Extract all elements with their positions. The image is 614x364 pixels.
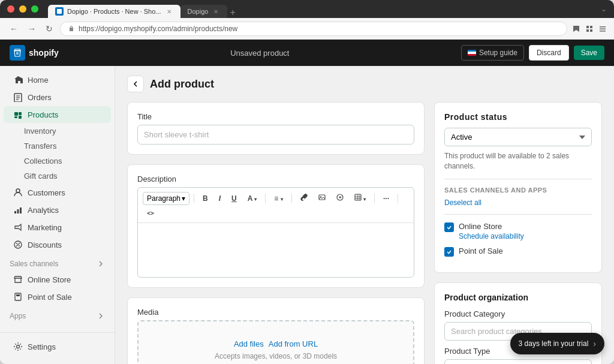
deselect-all-link[interactable]: Deselect all	[444, 198, 592, 207]
nav-actions: Setup guide Discard Save	[461, 45, 604, 61]
pos-icon	[13, 292, 23, 302]
media-upload-area[interactable]: Add files Add from URL Accepts images, v…	[137, 320, 414, 364]
tab-close-button[interactable]: ✕	[165, 7, 173, 16]
sidebar-item-orders[interactable]: Orders	[4, 89, 111, 106]
status-select[interactable]: Active Draft	[444, 128, 592, 146]
sidebar-item-collections[interactable]: Collections	[0, 154, 115, 169]
tab-favicon	[55, 7, 64, 16]
trial-banner[interactable]: 3 days left in your trial ›	[510, 333, 604, 354]
description-label: Description	[137, 175, 414, 183]
online-store-checkbox[interactable]	[444, 222, 454, 232]
analytics-icon	[13, 205, 23, 215]
pos-checkmark-icon	[446, 249, 452, 255]
editor-toolbar: Paragraph ▾ B I U A ▾	[138, 188, 414, 223]
chevron-right-icon	[97, 260, 105, 268]
svg-rect-1	[586, 26, 589, 28]
back-button[interactable]	[127, 76, 144, 92]
trial-text: 3 days left in your trial	[519, 339, 589, 348]
toolbar-divider-3	[291, 194, 292, 203]
toolbar-divider-1	[194, 194, 194, 203]
sidebar-item-gift-cards[interactable]: Gift cards	[0, 169, 115, 183]
svg-rect-27	[319, 195, 325, 200]
table-dropdown-icon: ▾	[363, 197, 366, 202]
svg-rect-12	[14, 112, 18, 116]
svg-point-23	[19, 245, 20, 246]
tab-menu-icon[interactable]: ⌄	[601, 5, 607, 13]
media-label: Media	[137, 308, 414, 317]
checkmark-icon	[446, 224, 452, 230]
status-description: This product will be available to 2 sale…	[444, 151, 592, 172]
main-content: Home Orders Products Inventory Transfers…	[0, 66, 614, 364]
extensions-icon[interactable]	[585, 25, 594, 33]
products-icon	[13, 110, 23, 119]
sidebar-item-home[interactable]: Home	[4, 71, 111, 88]
bold-button[interactable]: B	[198, 192, 212, 205]
image-button[interactable]	[314, 191, 330, 205]
italic-button[interactable]: I	[215, 192, 225, 205]
align-button[interactable]: ≡ ▾	[270, 192, 287, 205]
table-button[interactable]: ▾	[350, 191, 370, 205]
setup-guide-button[interactable]: Setup guide	[461, 45, 524, 61]
sidebar-item-analytics[interactable]: Analytics	[4, 201, 111, 218]
svg-point-16	[16, 189, 20, 192]
link-button[interactable]	[296, 191, 312, 205]
menu-icon[interactable]	[598, 25, 607, 33]
forward-navigation-button[interactable]: →	[25, 22, 38, 36]
description-editor-body[interactable]	[138, 223, 414, 277]
add-from-url-link[interactable]: Add from URL	[269, 339, 318, 348]
type-input[interactable]	[444, 359, 592, 364]
underline-button[interactable]: U	[227, 192, 241, 205]
category-label: Product Category	[444, 309, 592, 318]
color-dropdown-icon: ▾	[254, 197, 257, 202]
active-tab[interactable]: Dopigo · Products · New · Sho... ✕	[48, 5, 180, 18]
sidebar-item-online-store[interactable]: Online Store	[4, 271, 111, 288]
new-tab-button[interactable]: +	[230, 7, 235, 18]
sidebar-item-transfers[interactable]: Transfers	[0, 139, 115, 154]
channels-divider	[444, 214, 592, 215]
right-column: Product status Active Draft This product…	[434, 102, 602, 364]
sidebar-item-products[interactable]: Products	[4, 106, 111, 123]
apps-chevron-icon	[97, 312, 105, 320]
sidebar-item-marketing[interactable]: Marketing	[4, 219, 111, 236]
format-select[interactable]: Paragraph ▾	[143, 192, 189, 205]
svg-rect-24	[15, 293, 21, 300]
sidebar-item-inventory[interactable]: Inventory	[0, 124, 115, 139]
code-view-button[interactable]: <>	[143, 207, 158, 219]
orders-icon	[13, 92, 23, 102]
sidebar-item-discounts[interactable]: Discounts	[4, 236, 111, 253]
add-files-link[interactable]: Add files	[234, 339, 264, 348]
format-dropdown-icon: ▾	[182, 194, 185, 203]
reload-button[interactable]: ↻	[43, 22, 55, 36]
sidebar-item-customers[interactable]: Customers	[4, 184, 111, 201]
inactive-tab[interactable]: Dopigo ✕	[180, 5, 228, 18]
sidebar-item-settings[interactable]: Settings	[4, 338, 111, 355]
sidebar-item-point-of-sale[interactable]: Point of Sale	[4, 288, 111, 305]
page-title: Add product	[150, 78, 214, 91]
bookmark-icon[interactable]	[572, 25, 580, 33]
nav-title: Unsaved product	[66, 49, 454, 58]
schedule-availability-link[interactable]: Schedule availability	[459, 232, 524, 240]
video-button[interactable]	[332, 191, 348, 205]
address-bar[interactable]: https://dopigo.myshopify.com/admin/produ…	[60, 22, 567, 36]
title-input[interactable]	[137, 125, 414, 145]
table-icon	[354, 194, 362, 201]
svg-rect-15	[19, 116, 22, 119]
shopify-logo-text: shopify	[29, 48, 59, 58]
close-window-button[interactable]	[7, 5, 14, 13]
toolbar-icons	[572, 25, 607, 33]
svg-point-22	[16, 243, 17, 244]
page-header: Add product	[127, 76, 602, 92]
more-button[interactable]: ···	[379, 192, 393, 205]
description-card: Description Paragraph ▾ B I	[127, 164, 425, 288]
discard-button[interactable]: Discard	[529, 45, 569, 61]
back-arrow-icon	[131, 80, 140, 88]
inactive-tab-close[interactable]: ✕	[212, 7, 220, 16]
pos-checkbox[interactable]	[444, 247, 454, 257]
color-button[interactable]: A ▾	[243, 192, 261, 205]
shopify-logo: shopify	[10, 45, 59, 61]
sales-channels-section: Sales channels	[0, 254, 115, 270]
minimize-window-button[interactable]	[19, 5, 26, 13]
maximize-window-button[interactable]	[31, 5, 38, 13]
back-navigation-button[interactable]: ←	[7, 22, 20, 36]
save-button[interactable]: Save	[574, 46, 604, 60]
